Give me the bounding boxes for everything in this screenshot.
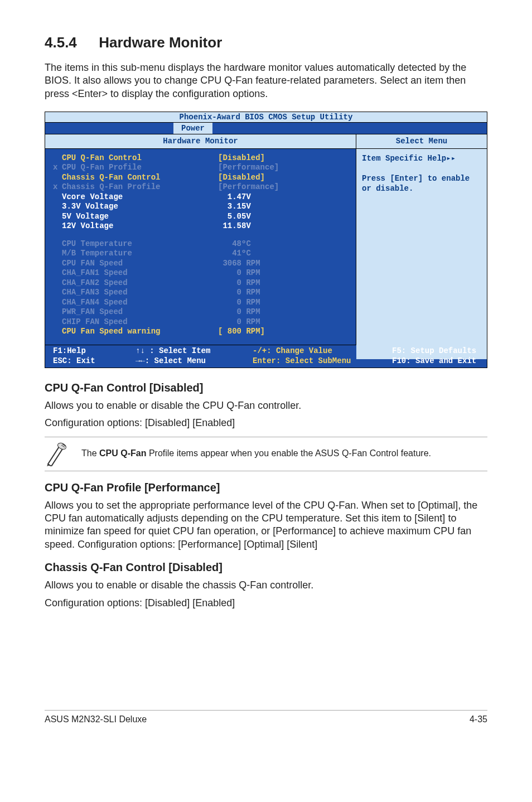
sub2-heading: CPU Q-Fan Profile [Performance] xyxy=(45,480,487,495)
bios-row[interactable]: CPU Fan Speed warning[ 800 RPM] xyxy=(45,327,356,337)
bios-row: PWR_FAN Speed 0 RPM xyxy=(45,307,356,317)
row-label: CHIP FAN Speed xyxy=(62,317,218,327)
help-title: Item Specific Help xyxy=(362,154,446,163)
footer-exit: ESC: Exit xyxy=(53,356,136,366)
row-value: 1.47V xyxy=(218,192,251,202)
row-label: CHA_FAN1 Speed xyxy=(62,268,218,278)
sub1-p2: Configuration options: [Disabled] [Enabl… xyxy=(45,417,487,429)
row-label: CPU Temperature xyxy=(62,239,218,249)
help-body: Press [Enter] to enable or disable. xyxy=(362,173,481,194)
bios-row: CPU FAN Speed 3068 RPM xyxy=(45,259,356,269)
footer-select-menu: →←: Select Menu xyxy=(136,356,253,366)
footer-page-number: 4-35 xyxy=(470,714,487,726)
note-box: The CPU Q-Fan Profile items appear when … xyxy=(45,437,487,471)
row-value: 0 RPM xyxy=(218,278,260,288)
bios-row[interactable]: 3.3V Voltage 3.15V xyxy=(45,202,356,212)
bios-settings-list: CPU Q-Fan Control[Disabled]xCPU Q-Fan Pr… xyxy=(45,149,356,345)
bios-row: CHA_FAN3 Speed 0 RPM xyxy=(45,288,356,298)
bios-row: xChassis Q-Fan Profile[Performance] xyxy=(45,182,356,192)
footer-change-value: -/+: Change Value xyxy=(253,346,392,356)
row-label: 5V Voltage xyxy=(62,212,218,222)
row-label: Vcore Voltage xyxy=(62,192,218,202)
footer-setup-defaults: F5: Setup Defaults xyxy=(392,346,476,356)
bios-row[interactable]: Vcore Voltage 1.47V xyxy=(45,192,356,202)
sub2-p: Allows you to set the appropriate perfor… xyxy=(45,499,487,552)
bios-row[interactable]: Chassis Q-Fan Control[Disabled] xyxy=(45,173,356,183)
row-label: CHA_FAN3 Speed xyxy=(62,288,218,298)
row-label: CPU FAN Speed xyxy=(62,259,218,269)
row-value: [ 800 RPM] xyxy=(218,327,265,337)
row-label: CPU Q-Fan Control xyxy=(62,153,218,163)
note-text: The CPU Q-Fan Profile items appear when … xyxy=(81,448,431,460)
row-value: [Disabled] xyxy=(218,153,265,163)
bios-right-header: Select Menu xyxy=(356,134,487,148)
row-value: 0 RPM xyxy=(218,288,260,298)
row-value: [Disabled] xyxy=(218,173,265,183)
row-value: [Performance] xyxy=(218,163,279,173)
bios-row: CHA_FAN4 Speed 0 RPM xyxy=(45,298,356,308)
sub3-p1: Allows you to enable or disable the chas… xyxy=(45,579,487,592)
page-footer: ASUS M2N32-SLI Deluxe 4-35 xyxy=(45,710,487,726)
row-label: CPU Fan Speed warning xyxy=(62,327,218,337)
bios-row: CPU Temperature 48ºC xyxy=(45,239,356,249)
row-value: 48ºC xyxy=(218,239,251,249)
row-label: CHA_FAN2 Speed xyxy=(62,278,218,288)
footer-product: ASUS M2N32-SLI Deluxe xyxy=(45,714,147,726)
section-title: Hardware Monitor xyxy=(99,34,222,51)
footer-save-exit: F10: Save and Exit xyxy=(392,356,476,366)
bios-row: xCPU Q-Fan Profile[Performance] xyxy=(45,163,356,173)
bios-row[interactable]: 5V Voltage 5.05V xyxy=(45,212,356,222)
row-label: PWR_FAN Speed xyxy=(62,307,218,317)
bios-footer: F1:Help ESC: Exit ↑↓ : Select Item →←: S… xyxy=(45,345,487,368)
sub1-p1: Allows you to enable or disable the CPU … xyxy=(45,399,487,412)
bios-screenshot: Phoenix-Award BIOS CMOS Setup Utility Po… xyxy=(45,112,487,368)
bios-row[interactable]: CPU Q-Fan Control[Disabled] xyxy=(45,153,356,163)
bios-row: CHIP FAN Speed 0 RPM xyxy=(45,317,356,327)
sub3-heading: Chassis Q-Fan Control [Disabled] xyxy=(45,560,487,574)
row-prefix: x xyxy=(53,182,62,192)
row-value: 0 RPM xyxy=(218,317,260,327)
row-prefix: x xyxy=(53,163,62,173)
note-icon xyxy=(45,442,71,466)
sub1-heading: CPU Q-Fan Control [Disabled] xyxy=(45,380,487,395)
bios-left-header: Hardware Monitor xyxy=(45,134,356,148)
row-value: 3068 RPM xyxy=(218,259,260,269)
section-heading: 4.5.4 Hardware Monitor xyxy=(45,33,487,52)
row-label: Chassis Q-Fan Profile xyxy=(62,182,218,192)
bios-tab-power[interactable]: Power xyxy=(173,123,212,134)
bios-tabbar: Power xyxy=(45,123,487,134)
intro-paragraph: The items in this sub-menu displays the … xyxy=(45,61,487,100)
row-label: M/B Temperature xyxy=(62,249,218,259)
row-label: Chassis Q-Fan Control xyxy=(62,173,218,183)
row-value: 0 RPM xyxy=(218,307,260,317)
row-value: [Performance] xyxy=(218,182,279,192)
bios-row: M/B Temperature 41ºC xyxy=(45,249,356,259)
section-number: 4.5.4 xyxy=(45,33,95,52)
row-value: 0 RPM xyxy=(218,298,260,308)
bios-row[interactable]: 12V Voltage 11.58V xyxy=(45,221,356,231)
bios-row: CHA_FAN2 Speed 0 RPM xyxy=(45,278,356,288)
row-label: 12V Voltage xyxy=(62,221,218,231)
bios-title: Phoenix-Award BIOS CMOS Setup Utility xyxy=(45,112,487,123)
row-label: CHA_FAN4 Speed xyxy=(62,298,218,308)
bios-row: CHA_FAN1 Speed 0 RPM xyxy=(45,268,356,278)
row-value: 5.05V xyxy=(218,212,251,222)
row-value: 0 RPM xyxy=(218,268,260,278)
sub3-p2: Configuration options: [Disabled] [Enabl… xyxy=(45,597,487,610)
row-value: 3.15V xyxy=(218,202,251,212)
footer-select-submenu: Enter: Select SubMenu xyxy=(253,356,392,366)
row-value: 11.58V xyxy=(218,221,251,231)
bios-help-panel: Item Specific Help▸▸ Press [Enter] to en… xyxy=(356,149,487,359)
row-label: 3.3V Voltage xyxy=(62,202,218,212)
row-value: 41ºC xyxy=(218,249,251,259)
row-label: CPU Q-Fan Profile xyxy=(62,163,218,173)
footer-help: F1:Help xyxy=(53,346,136,356)
footer-select-item: ↑↓ : Select Item xyxy=(136,346,253,356)
